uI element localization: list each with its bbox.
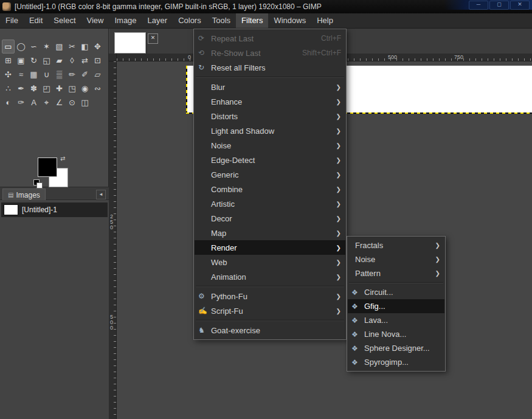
- menu-item-render[interactable]: Render❯: [195, 240, 345, 255]
- dock-collapse-icon[interactable]: ◂: [96, 190, 106, 199]
- tool-paths[interactable]: ✑: [15, 95, 27, 109]
- menu-item-noise[interactable]: Noise❯: [195, 138, 345, 153]
- menu-file[interactable]: File: [0, 13, 24, 28]
- tool-blur-sharpen[interactable]: ◉: [78, 81, 91, 95]
- tool-clone[interactable]: ◰: [40, 81, 53, 95]
- menu-item-edge-detect[interactable]: Edge-Detect❯: [195, 153, 345, 167]
- tool-zoom[interactable]: ⊙: [66, 95, 78, 109]
- menu-item-fractals[interactable]: Fractals❯: [348, 238, 444, 252]
- tool-paintbrush[interactable]: ✐: [78, 68, 91, 81]
- tool-cage-transform[interactable]: ▦: [27, 68, 40, 81]
- plugin-icon: ❖: [351, 316, 364, 325]
- tool-foreground-select[interactable]: ◧: [78, 40, 91, 54]
- menu-select[interactable]: Select: [48, 13, 81, 28]
- tab-images[interactable]: ▤ Images: [2, 189, 46, 201]
- menu-item-label: Decor: [211, 214, 330, 223]
- menu-item-repeat-last[interactable]: ⟳Repeat LastCtrl+F: [195, 31, 345, 46]
- menu-item-lava[interactable]: ❖Lava...: [348, 313, 444, 327]
- menu-item-spyrogimp[interactable]: ❖Spyrogimp...: [348, 355, 444, 369]
- tool-mypaint-brush[interactable]: ✽: [27, 81, 40, 95]
- tool-text[interactable]: A: [27, 95, 40, 109]
- maximize-icon[interactable]: ◻: [489, 1, 509, 10]
- list-item-untitled-image[interactable]: [Untitled]-1: [1, 203, 108, 217]
- close-icon[interactable]: ✕: [148, 33, 158, 44]
- tool-rectangle-select[interactable]: ▭: [2, 40, 15, 54]
- tool-flip[interactable]: ⇄: [78, 54, 91, 68]
- tool-unified-transform[interactable]: ⊡: [91, 54, 104, 68]
- menu-filters[interactable]: Filters: [236, 13, 268, 28]
- tool-shear[interactable]: ▰: [53, 54, 66, 68]
- menu-item-gfig[interactable]: ❖Gfig...: [348, 299, 444, 313]
- swap-colors-icon[interactable]: ⇄: [60, 155, 65, 162]
- menu-item-web[interactable]: Web❯: [195, 255, 345, 269]
- menu-view[interactable]: View: [81, 13, 109, 28]
- tool-perspective[interactable]: ◊: [66, 54, 78, 68]
- minimize-icon[interactable]: ─: [469, 1, 488, 10]
- menu-item-map[interactable]: Map❯: [195, 226, 345, 240]
- tool-select-by-color[interactable]: ▧: [53, 40, 66, 54]
- close-icon[interactable]: ✕: [510, 1, 530, 10]
- menu-item-label: Re-Show Last: [211, 49, 291, 58]
- tool-color-picker[interactable]: ⌖: [40, 95, 53, 109]
- menu-colors[interactable]: Colors: [173, 13, 207, 28]
- reset-icon: ↻: [198, 63, 211, 72]
- tool-scale[interactable]: ◱: [40, 54, 53, 68]
- menu-item-pattern[interactable]: Pattern❯: [348, 266, 444, 280]
- tool-eraser[interactable]: ▱: [91, 68, 104, 81]
- menu-item-goat-exercise[interactable]: ♞Goat-exercise: [195, 323, 345, 338]
- menu-edit[interactable]: Edit: [24, 13, 48, 28]
- menu-item-circuit[interactable]: ❖Circuit...: [348, 285, 444, 299]
- tool-ink[interactable]: ✒: [15, 81, 27, 95]
- tool-fuzzy-select[interactable]: ✶: [40, 40, 53, 54]
- tool-warp-transform[interactable]: ≈: [15, 68, 27, 81]
- tool-heal[interactable]: ✚: [53, 81, 66, 95]
- menu-item-script-fu[interactable]: ✍Script-Fu❯: [195, 303, 345, 318]
- menu-tools[interactable]: Tools: [207, 13, 236, 28]
- menu-separator: [349, 282, 443, 283]
- menu-help[interactable]: Help: [311, 13, 339, 28]
- menu-item-reshow-last[interactable]: ⟲Re-Show LastShift+Ctrl+F: [195, 46, 345, 60]
- menu-item-enhance[interactable]: Enhance❯: [195, 94, 345, 109]
- menu-item-combine[interactable]: Combine❯: [195, 182, 345, 196]
- tool-airbrush[interactable]: ∴: [2, 81, 15, 95]
- tool-3d-transform[interactable]: ◫: [78, 95, 91, 109]
- menu-item-line-nova[interactable]: ❖Line Nova...: [348, 327, 444, 341]
- menu-item-noise-sub[interactable]: Noise❯: [348, 252, 444, 266]
- vertical-ruler[interactable]: 250 500: [109, 61, 117, 419]
- menu-layer[interactable]: Layer: [142, 13, 173, 28]
- tool-scissors-select[interactable]: ✂: [66, 40, 78, 54]
- tool-dodge-burn[interactable]: ◐: [2, 95, 15, 109]
- vruler-label-500: 500: [110, 314, 115, 331]
- tool-smudge[interactable]: ∾: [91, 81, 104, 95]
- menu-item-sphere-designer[interactable]: ❖Sphere Designer...: [348, 341, 444, 355]
- menu-item-distorts[interactable]: Distorts❯: [195, 109, 345, 123]
- menu-item-light-and-shadow[interactable]: Light and Shadow❯: [195, 123, 345, 138]
- tool-pencil[interactable]: ✏: [66, 68, 78, 81]
- tool-measure[interactable]: ∠: [53, 95, 66, 109]
- menu-item-label: Gfig...: [364, 302, 440, 311]
- fg-bg-color-widget: ⇄: [38, 158, 75, 189]
- tool-crop[interactable]: ▣: [15, 54, 27, 68]
- menu-item-animation[interactable]: Animation❯: [195, 269, 345, 284]
- image-tab-thumbnail[interactable]: [114, 32, 146, 54]
- tool-move[interactable]: ✥: [91, 40, 104, 54]
- tool-rotate[interactable]: ↻: [27, 54, 40, 68]
- tool-handle-transform[interactable]: ✣: [2, 68, 15, 81]
- tool-ellipse-select[interactable]: ◯: [15, 40, 27, 54]
- tool-gradient[interactable]: ▒: [53, 68, 66, 81]
- tool-alignment[interactable]: ⊞: [2, 54, 15, 68]
- menu-item-artistic[interactable]: Artistic❯: [195, 196, 345, 211]
- menu-image[interactable]: Image: [109, 13, 142, 28]
- foreground-color-swatch[interactable]: [38, 158, 57, 177]
- menu-item-decor[interactable]: Decor❯: [195, 211, 345, 226]
- menu-item-generic[interactable]: Generic❯: [195, 167, 345, 182]
- tool-free-select[interactable]: ∽: [27, 40, 40, 54]
- menu-item-reset-all-filters[interactable]: ↻Reset all Filters: [195, 60, 345, 75]
- menu-item-blur[interactable]: Blur❯: [195, 80, 345, 94]
- menu-item-python-fu[interactable]: ⚙Python-Fu❯: [195, 289, 345, 303]
- filters-dropdown-menu: ⟳Repeat LastCtrl+F ⟲Re-Show LastShift+Ct…: [193, 29, 347, 340]
- menu-windows[interactable]: Windows: [268, 13, 311, 28]
- tool-bucket-fill[interactable]: ∪: [40, 68, 53, 81]
- default-colors-icon[interactable]: [33, 179, 42, 188]
- tool-perspective-clone[interactable]: ◳: [66, 81, 78, 95]
